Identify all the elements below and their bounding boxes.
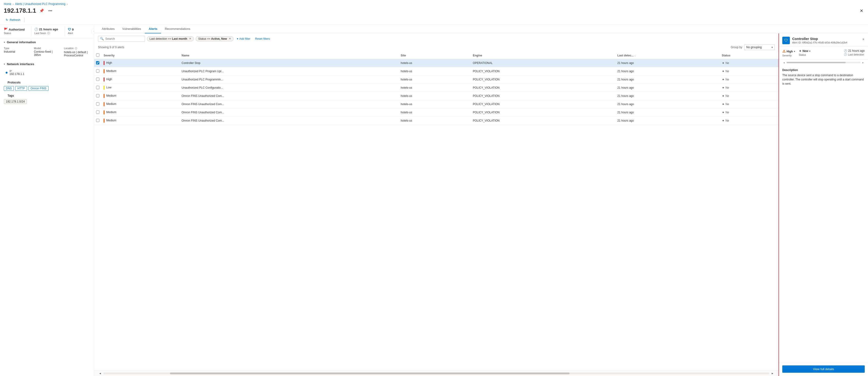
row-status: ✦ Ne: [720, 59, 779, 67]
site-col-header: Site: [399, 52, 471, 59]
row-name: Omron FINS Unauthorized Com...: [180, 100, 399, 108]
row-engine: POLICY_VIOLATION: [471, 108, 615, 116]
row-checkbox-cell[interactable]: [94, 75, 102, 84]
row-checkbox[interactable]: [96, 102, 99, 106]
row-checkbox-cell[interactable]: [94, 100, 102, 108]
funnel-icon: ▾: [237, 37, 238, 40]
row-checkbox-cell[interactable]: [94, 116, 102, 125]
network-interfaces-section-header[interactable]: ▾ Network interfaces: [0, 60, 94, 67]
row-checkbox-cell[interactable]: [94, 84, 102, 92]
model-label: Model: [34, 47, 60, 49]
tab-recommendations[interactable]: Recommendations: [161, 25, 194, 33]
model-value: Contoso fixed | 395m: [34, 50, 60, 57]
add-filter-button[interactable]: ▾ Add filter: [236, 36, 252, 41]
row-status: ✦ Ne: [720, 92, 779, 100]
protocol-http[interactable]: HTTP: [15, 86, 27, 91]
row-checkbox-cell[interactable]: [94, 92, 102, 100]
row-checkbox[interactable]: [96, 110, 99, 114]
row-checkbox[interactable]: [96, 94, 99, 97]
row-severity: High: [102, 59, 180, 67]
last-detection-col-header[interactable]: Last detec... ↓: [615, 52, 720, 59]
reset-filters-button[interactable]: Reset filters: [254, 36, 272, 41]
row-checkbox-cell[interactable]: [94, 67, 102, 75]
table-row[interactable]: Low Unauthorized PLC Configuratio... hot…: [94, 84, 779, 92]
filter2-text: Status == Active, New: [198, 37, 227, 40]
protocol-omron[interactable]: Omron FINS: [29, 86, 49, 91]
tab-vulnerabilities[interactable]: Vulnerabilities: [118, 25, 145, 33]
table-row[interactable]: High Controller Stop hotels-us OPERATION…: [94, 59, 779, 67]
detail-alert-icon: 🛡: [782, 37, 790, 44]
severity-bar-icon: [103, 69, 104, 73]
severity-bar-icon: [103, 102, 104, 106]
row-checkbox[interactable]: [96, 119, 99, 122]
view-full-details-button[interactable]: View full details: [782, 366, 865, 373]
detail-status-value[interactable]: ✦ New ▾: [799, 49, 811, 53]
spinner-icon: ✦: [722, 102, 725, 106]
table-row[interactable]: Medium Omron FINS Unauthorized Com... ho…: [94, 92, 779, 100]
status-spinner: ✦ Ne: [722, 61, 729, 65]
search-box[interactable]: 🔍: [98, 36, 145, 42]
detail-description-section: Description The source device sent a sto…: [779, 66, 868, 363]
row-engine: POLICY_VIOLATION: [471, 75, 615, 84]
alerts-tbody: High Controller Stop hotels-us OPERATION…: [94, 59, 779, 125]
refresh-button[interactable]: ↻ Refresh: [4, 17, 22, 23]
groupby-label: Group by: [731, 46, 742, 49]
select-all-checkbox[interactable]: [96, 54, 99, 57]
scroll-track[interactable]: [103, 373, 769, 374]
status-spinner: ✦ Ne: [722, 94, 729, 98]
status-spinner: ✦ Ne: [722, 78, 729, 81]
row-checkbox[interactable]: [96, 78, 99, 81]
alert-label: Alert: [68, 32, 83, 35]
breadcrumb-alerts[interactable]: Alerts | Unauthorized PLC Programming: [15, 2, 65, 6]
scroll-right-button[interactable]: ▸: [770, 371, 775, 376]
table-row[interactable]: Medium Unauthorized PLC Program Upl... h…: [94, 67, 779, 75]
breadcrumb-home[interactable]: Home: [4, 2, 11, 6]
status-divider2: [65, 27, 65, 36]
table-row[interactable]: Medium Omron FINS Unauthorized Com... ho…: [94, 116, 779, 125]
row-engine: OPERATIONAL: [471, 59, 615, 67]
row-name: Controller Stop: [180, 59, 399, 67]
row-checkbox-cell[interactable]: [94, 59, 102, 67]
flag-icon: 🚩: [4, 28, 8, 31]
detail-scroll-track[interactable]: [786, 62, 861, 63]
row-checkbox[interactable]: [96, 61, 99, 64]
groupby-select[interactable]: No grouping Severity Status Engine: [744, 44, 775, 50]
general-info-section-header[interactable]: ▾ General information: [0, 38, 94, 45]
row-status: ✦ Ne: [720, 75, 779, 84]
breadcrumb: Home › Alerts | Unauthorized PLC Program…: [0, 0, 868, 7]
panel-collapse-button[interactable]: «: [91, 28, 94, 35]
table-row[interactable]: High Unauthorized PLC Programmin... hote…: [94, 75, 779, 84]
close-button[interactable]: ✕: [859, 7, 864, 14]
table-row[interactable]: Medium Omron FINS Unauthorized Com... ho…: [94, 100, 779, 108]
row-checkbox[interactable]: [96, 69, 99, 73]
main-layout: 🚩 Authorized Status 🕐 21 hours ago Last …: [0, 25, 868, 376]
detail-expand-button[interactable]: »: [862, 37, 865, 41]
detail-scroll-right-button[interactable]: ▸: [861, 61, 865, 65]
protocol-dns[interactable]: DNS: [4, 86, 14, 91]
scroll-left-button[interactable]: ◂: [98, 371, 102, 376]
severity-chevron-icon: ▾: [794, 50, 795, 53]
row-checkbox[interactable]: [96, 86, 99, 89]
tab-attributes[interactable]: Attributes: [98, 25, 118, 33]
table-header-row: Severity Name Site Engine: [94, 52, 779, 59]
more-button[interactable]: •••: [47, 8, 53, 14]
detail-scroll-left-button[interactable]: ◂: [782, 61, 785, 65]
warning-icon: ⚠: [782, 49, 785, 54]
breadcrumb-sep1: ›: [13, 3, 14, 5]
detail-severity-value[interactable]: ⚠ High ▾: [782, 49, 795, 54]
severity-col-header[interactable]: Severity: [102, 52, 180, 59]
row-checkbox-cell[interactable]: [94, 108, 102, 116]
filter2-remove-button[interactable]: ✕: [229, 37, 231, 40]
model-info: Model Contoso fixed | 395m: [34, 47, 60, 57]
location-value: hotels-us | default | ProcessControl: [64, 50, 90, 57]
search-input[interactable]: [105, 37, 133, 40]
tab-alerts[interactable]: Alerts: [145, 25, 161, 33]
pin-button[interactable]: 📌: [38, 7, 45, 14]
row-site: hotels-us: [399, 75, 471, 84]
severity-bar-icon: [103, 61, 104, 65]
spinner-icon: ✦: [722, 110, 725, 114]
detail-status-item: ✦ New ▾ Status: [799, 49, 811, 57]
table-row[interactable]: Medium Omron FINS Unauthorized Com... ho…: [94, 108, 779, 116]
spinner-icon: ✦: [722, 94, 725, 98]
filter1-remove-button[interactable]: ✕: [189, 37, 191, 40]
